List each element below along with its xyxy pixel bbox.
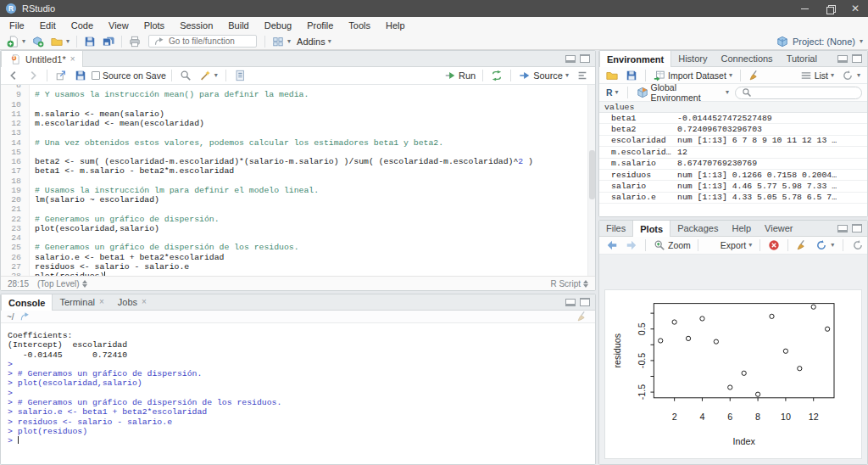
editor-scrollbar[interactable]	[587, 85, 595, 276]
values-section-header[interactable]: values	[599, 102, 867, 113]
compile-report-button[interactable]	[231, 68, 248, 83]
doc-type-selector[interactable]: R Script	[550, 279, 588, 289]
document-outline-button[interactable]	[574, 68, 591, 83]
source-button[interactable]: Source▾	[516, 68, 571, 83]
close-tab-icon[interactable]: ×	[98, 298, 104, 306]
menu-help[interactable]: Help	[378, 19, 413, 32]
updown-caret-icon	[82, 280, 87, 288]
console-tab-terminal[interactable]: Terminal×	[53, 294, 110, 310]
plots-tab-help[interactable]: Help	[725, 221, 758, 236]
environment-tab-tutorial[interactable]: Tutorial	[780, 51, 824, 66]
print-button[interactable]	[126, 34, 143, 49]
minimize-pane-button[interactable]	[565, 55, 576, 63]
clear-plots-button[interactable]	[793, 238, 810, 253]
zoom-plot-button[interactable]: Zoom	[651, 238, 693, 253]
load-workspace-button[interactable]	[604, 68, 620, 83]
environment-row[interactable]: salarionum [1:13] 4.46 5.77 5.98 7.33 …	[599, 181, 867, 192]
close-tab-icon[interactable]: ×	[70, 55, 75, 64]
publish-plot-button[interactable]: ▾	[813, 238, 837, 253]
scope-selector[interactable]: (Top Level)	[37, 279, 86, 289]
rerun-button[interactable]	[488, 68, 505, 83]
variable-name: salario.e	[599, 193, 677, 202]
environment-row[interactable]: escolaridadnum [1:13] 6 7 8 9 10 11 12 1…	[599, 136, 867, 147]
line-number: 22	[1, 215, 30, 224]
environment-tab-environment[interactable]: Environment	[599, 51, 671, 67]
menu-edit[interactable]: Edit	[32, 19, 64, 32]
environment-selector[interactable]: Global Environment▾	[634, 81, 732, 104]
environment-row[interactable]: residuosnum [1:13] 0.1266 0.7158 0.2004…	[599, 170, 867, 181]
menu-plots[interactable]: Plots	[136, 19, 172, 32]
list-view-button[interactable]: List▾	[798, 68, 837, 83]
minimize-pane-button[interactable]	[565, 299, 576, 306]
nav-back-button[interactable]	[5, 68, 22, 83]
maximize-pane-button[interactable]	[852, 54, 862, 63]
nav-forward-button[interactable]	[25, 68, 42, 83]
environment-row[interactable]: m.escolarid…12	[599, 147, 867, 158]
new-file-button[interactable]: ▾	[4, 34, 28, 49]
refresh-environment-button[interactable]: ▾	[839, 68, 863, 83]
source-tab-untitled1[interactable]: RUntitled1*×	[1, 51, 83, 67]
workspace-panes-button[interactable]: ▾	[270, 34, 293, 49]
environment-tab-connections[interactable]: Connections	[714, 51, 779, 66]
environment-row[interactable]: beta20.724096703296703	[599, 124, 867, 135]
popout-editor-button[interactable]	[53, 68, 70, 83]
code-text: # Una vez obtenidos estos valores, podem…	[30, 138, 443, 148]
save-button[interactable]	[81, 34, 98, 49]
console-output[interactable]: Coefficients:(Intercept) escolaridad -0.…	[1, 323, 595, 464]
goto-arrow-icon	[153, 35, 166, 48]
menu-debug[interactable]: Debug	[257, 19, 299, 32]
new-project-button[interactable]	[30, 34, 47, 49]
menu-file[interactable]: File	[2, 19, 32, 32]
minimize-window-button[interactable]	[792, 0, 817, 17]
maximize-pane-button[interactable]	[580, 54, 590, 63]
clear-console-icon[interactable]	[576, 310, 589, 323]
maximize-pane-button[interactable]	[580, 298, 590, 306]
find-replace-button[interactable]	[177, 68, 194, 83]
addins-button[interactable]: Addins▾	[295, 36, 334, 48]
plots-tab-files[interactable]: Files	[599, 221, 632, 236]
environment-row[interactable]: beta1-0.0144527472527489	[599, 113, 867, 124]
environment-row[interactable]: m.salario8.67470769230769	[599, 159, 867, 170]
save-all-button[interactable]	[100, 34, 117, 49]
import-dataset-button[interactable]: Import Dataset▾	[651, 68, 735, 83]
menu-profile[interactable]: Profile	[299, 19, 341, 32]
goto-file-function-input[interactable]	[169, 36, 253, 46]
save-source-button[interactable]	[72, 68, 89, 83]
console-tab-jobs[interactable]: Jobs×	[111, 294, 153, 310]
console-tab-console[interactable]: Console	[1, 294, 53, 311]
open-file-button[interactable]: ▾	[48, 34, 72, 49]
editor-scrollbar-thumb[interactable]	[589, 150, 595, 200]
close-tab-icon[interactable]: ×	[141, 298, 147, 306]
code-text	[30, 128, 35, 137]
next-plot-button[interactable]	[623, 238, 640, 253]
plots-tab-viewer[interactable]: Viewer	[758, 221, 799, 236]
menu-tools[interactable]: Tools	[341, 19, 378, 32]
refresh-plot-button[interactable]	[849, 238, 866, 253]
run-button[interactable]: Run	[442, 68, 477, 83]
remove-plot-button[interactable]	[765, 238, 782, 253]
goto-directory-icon[interactable]	[18, 310, 31, 323]
minimize-pane-button[interactable]	[837, 225, 848, 232]
save-workspace-button[interactable]	[623, 68, 640, 83]
environment-row[interactable]: salario.enum [1:13] 4.33 5.05 5.78 6.5 7…	[599, 193, 867, 204]
clear-environment-button[interactable]	[746, 68, 763, 83]
source-on-save-checkbox[interactable]	[92, 71, 100, 80]
menu-session[interactable]: Session	[172, 19, 220, 32]
environment-tab-history[interactable]: History	[671, 51, 714, 66]
close-window-button[interactable]: ✕	[843, 0, 868, 17]
language-selector[interactable]: R▾	[604, 87, 621, 98]
plots-tab-plots[interactable]: Plots	[632, 221, 670, 237]
menu-build[interactable]: Build	[220, 19, 256, 32]
minimize-pane-button[interactable]	[837, 55, 848, 63]
maximize-pane-button[interactable]	[852, 224, 862, 232]
code-editor[interactable]: 89# Y usamos la instrucción mean() para …	[1, 85, 595, 276]
menu-code[interactable]: Code	[64, 19, 101, 32]
plots-tab-packages[interactable]: Packages	[670, 221, 725, 236]
code-tools-button[interactable]: ▾	[197, 68, 220, 83]
restore-window-button[interactable]	[817, 0, 843, 17]
menu-view[interactable]: View	[101, 19, 136, 32]
previous-plot-button[interactable]	[604, 238, 620, 253]
export-plot-button[interactable]: Export▾	[704, 238, 754, 253]
project-menu-button[interactable]: Project: (None) ▾	[776, 35, 864, 48]
environment-search-input[interactable]	[757, 88, 859, 98]
